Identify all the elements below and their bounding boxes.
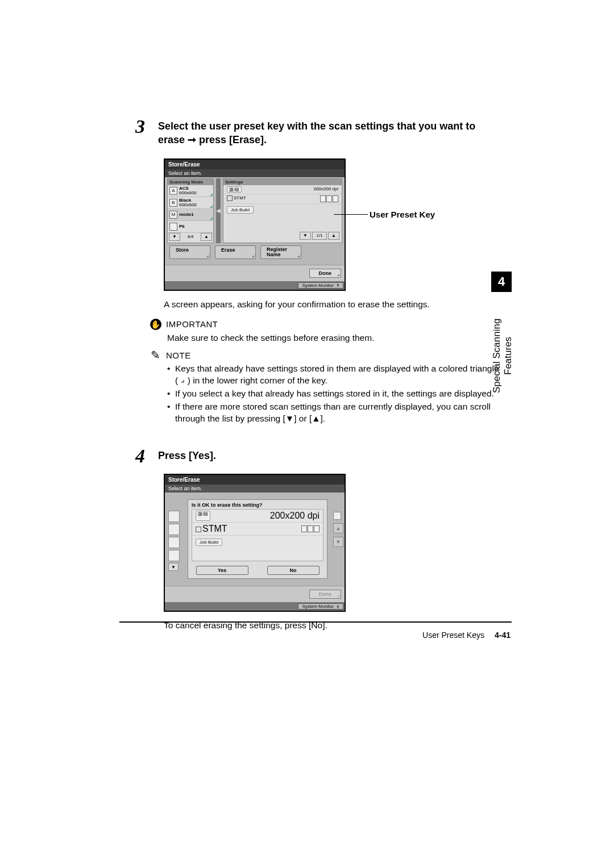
ghost-preset-column: ▼ [168,511,183,571]
job-build-chip: Job Build [227,206,254,214]
preset-key-acs[interactable]: A ACS600x600 [168,185,213,197]
stored-triangle-icon [210,193,213,196]
preset-sub: 600x600 [179,190,197,195]
stored-triangle-icon [210,205,213,208]
scroll-up-button[interactable]: ▲ [333,523,343,533]
confirm-question: Is it OK to erase this setting? [188,500,327,509]
step-4-heading: Press [Yes]. [158,449,500,462]
page-indicator: 1/1 [312,232,327,240]
callout-line [334,214,368,215]
preset-icon: A [169,187,177,195]
left-page-indicator: 4/4 [187,234,193,239]
checkbox-icon [196,527,201,532]
note-icon: ✎ [150,349,161,361]
scroll-down-button[interactable]: ▼ [333,537,343,547]
system-monitor-button[interactable]: System Monitor [298,282,343,289]
fig1-subtitle: Select an item. [165,169,345,177]
done-button[interactable]: Done [309,269,342,278]
preset-name: P6 [179,224,185,229]
note-label: NOTE [166,350,191,360]
preset-key-mode1[interactable]: M mode1 [168,209,213,221]
register-name-button[interactable]: Register Name [260,245,301,259]
chapter-number: 4 [491,272,512,292]
step3-after-text: A screen appears, asking for your confir… [164,299,500,311]
doc-mode-icons [301,524,320,534]
setting-stmt: STMT [202,524,227,533]
fig1-left-header: Scanning Mode [168,179,213,185]
important-label: IMPORTANT [166,319,218,329]
step-4-number: 4 [135,445,145,467]
preset-sub: 600x600 [179,202,197,207]
preset-key-p6[interactable]: P6 [168,221,213,233]
setting-dpi: 200x200 dpi [313,186,338,193]
note-bullet-1: Keys that already have settings stored i… [167,363,500,387]
doc-mode-icons [320,195,338,202]
setting-stmt: STMT [234,195,246,201]
footer-section: User Preset Keys [422,631,484,640]
preset-key-black[interactable]: B Black600x600 [168,197,213,209]
stored-triangle-icon [210,217,213,220]
triangle-icon [181,379,184,383]
no-button[interactable]: No [267,566,320,575]
preset-icon: B [169,199,177,207]
fig2-title: Store/Erase [165,475,345,485]
erase-button[interactable]: Erase [215,245,256,259]
preset-name: mode1 [179,212,194,217]
left-page-up[interactable]: ▲ [201,233,212,241]
callout-user-preset-key: User Preset Key [370,210,435,219]
fig1-right-header: Settings [223,179,342,185]
note-bullet-2: If you select a key that already has set… [167,388,500,400]
note-bullet-3: If there are more stored scan settings t… [167,401,500,425]
figure-1: Store/Erase Select an item. Scanning Mod… [164,158,346,291]
footer-page-number: 4-41 [495,631,511,640]
page-down-button[interactable]: ▼ [300,232,311,240]
side-indicator-icon [333,512,341,520]
arrow-right-icon [337,283,339,287]
panel-collapse-arrow-icon[interactable]: ◀ [216,178,221,243]
job-build-chip: Job Build [196,539,222,546]
important-icon: ✋ [150,319,161,330]
fig2-subtitle: Select an item. [165,485,345,493]
done-button-disabled: Done [309,590,342,599]
store-button[interactable]: Store [169,245,210,259]
setting-orientation: ▥/▤ [196,511,210,521]
yes-button[interactable]: Yes [196,566,248,575]
system-monitor-button[interactable]: System Monitor [298,603,343,610]
arrow-right-icon [337,605,339,608]
step-3-number: 3 [135,116,145,137]
page-up-button[interactable]: ▲ [328,232,339,240]
setting-dpi: 200x200 dpi [270,511,320,521]
figure-2: Store/Erase Select an item. ▼ Is it OK t… [164,474,346,612]
step-3-heading: Select the user preset key with the scan… [158,119,500,147]
chapter-side-tab: 4 Special Scanning Features [491,272,512,412]
preset-icon: M [169,211,177,219]
chapter-label: Special Scanning Features [491,299,514,412]
important-text: Make sure to check the settings before e… [167,332,500,344]
setting-orientation: ▥/▤ [227,186,242,193]
fig1-title: Store/Erase [165,160,345,169]
left-page-down[interactable]: ▼ [169,233,180,241]
preset-icon [169,223,177,231]
checkbox-icon [227,195,233,201]
footer-rule [119,621,512,623]
